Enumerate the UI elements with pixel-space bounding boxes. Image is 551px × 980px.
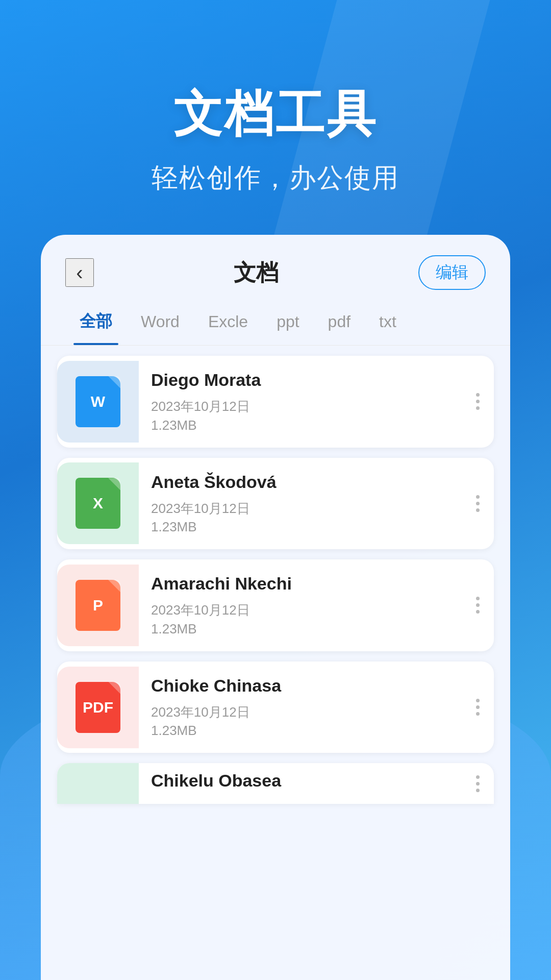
file-date: 2023年10月12日 [151,600,449,621]
more-options-button[interactable] [462,393,494,410]
tab-txt[interactable]: txt [365,304,411,344]
edit-button[interactable]: 编辑 [418,255,486,290]
file-size: 1.23MB [151,621,449,637]
tab-ppt[interactable]: ppt [262,304,313,344]
word-file-icon: W [76,376,120,427]
list-item[interactable]: P Amarachi Nkechi 2023年10月12日 1.23MB [57,559,494,651]
file-size: 1.23MB [151,723,449,739]
list-item[interactable]: X Aneta Škodová 2023年10月12日 1.23MB [57,458,494,550]
file-date: 2023年10月12日 [151,396,449,418]
back-icon: ‹ [76,261,83,284]
header-area: 文档工具 轻松创作，办公使用 [0,0,551,196]
pdf-file-icon: PDF [76,682,120,733]
ppt-file-icon: P [76,580,120,631]
file-info: Aneta Škodová 2023年10月12日 1.23MB [139,458,462,550]
more-options-button[interactable] [462,495,494,512]
file-info-partial: Chikelu Obasea [139,763,462,804]
list-item-partial[interactable]: Chikelu Obasea [57,763,494,804]
file-name: Amarachi Nkechi [151,574,449,594]
dot [476,495,480,499]
card-title: 文档 [234,258,279,288]
file-info: Diego Morata 2023年10月12日 1.23MB [139,356,462,448]
file-name: Diego Morata [151,370,449,390]
file-icon-bg: P [57,565,139,646]
back-button[interactable]: ‹ [65,258,94,287]
file-type-label: X [93,495,103,512]
dot [476,502,480,505]
file-size: 1.23MB [151,418,449,433]
tab-pdf[interactable]: pdf [314,304,365,344]
more-options-button[interactable] [462,699,494,716]
tab-excel[interactable]: Excle [194,304,262,344]
file-date: 2023年10月12日 [151,498,449,520]
dot [476,789,480,792]
file-size: 1.23MB [151,519,449,535]
file-icon-bg: PDF [57,667,139,748]
file-icon-bg: X [57,462,139,544]
sub-title: 轻松创作，办公使用 [0,160,551,196]
dot [476,406,480,410]
dot [476,508,480,512]
dot [476,597,480,600]
list-item[interactable]: W Diego Morata 2023年10月12日 1.23MB [57,356,494,448]
dot [476,400,480,403]
dot [476,699,480,702]
more-options-button-partial[interactable] [462,775,494,792]
dot [476,705,480,709]
file-name: Chioke Chinasa [151,676,449,696]
file-info: Amarachi Nkechi 2023年10月12日 1.23MB [139,559,462,651]
file-info: Chioke Chinasa 2023年10月12日 1.23MB [139,662,462,753]
tab-word[interactable]: Word [127,304,194,344]
file-type-label: P [93,597,103,614]
dot [476,393,480,397]
excel-file-icon: X [76,478,120,529]
list-item[interactable]: PDF Chioke Chinasa 2023年10月12日 1.23MB [57,662,494,753]
dot [476,603,480,607]
file-type-label: PDF [83,699,113,716]
dot [476,775,480,779]
main-card: ‹ 文档 编辑 全部 Word Excle ppt pdf txt [41,235,510,980]
file-icon-bg: W [57,361,139,443]
main-title: 文档工具 [0,82,551,148]
file-date: 2023年10月12日 [151,702,449,723]
dot [476,610,480,614]
file-name: Aneta Škodová [151,472,449,492]
card-header: ‹ 文档 编辑 [41,235,510,302]
more-options-button[interactable] [462,597,494,614]
file-list: W Diego Morata 2023年10月12日 1.23MB X [41,346,510,980]
dot [476,712,480,716]
file-type-label: W [91,393,105,410]
tab-bar: 全部 Word Excle ppt pdf txt [41,302,510,346]
file-icon-bg-partial [57,763,139,804]
tab-all[interactable]: 全部 [65,302,127,345]
dot [476,782,480,786]
file-name-partial: Chikelu Obasea [151,771,449,791]
